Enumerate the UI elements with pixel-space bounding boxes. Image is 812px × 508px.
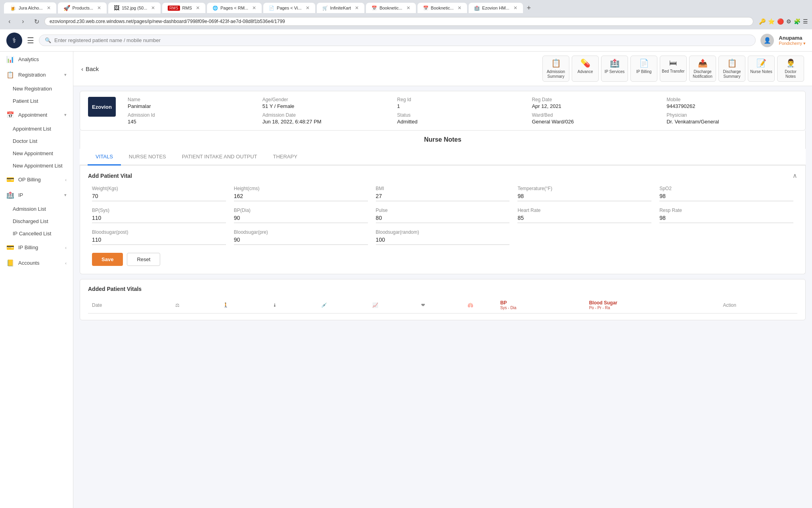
advance-label: Advance <box>578 69 593 74</box>
physician-label: Physician <box>666 112 793 118</box>
nav-refresh-btn[interactable]: ↻ <box>31 16 42 27</box>
bloodsugar-random-value: 100 <box>376 237 510 245</box>
quick-discharge-notification[interactable]: 📤 Discharge Notification <box>689 56 716 82</box>
heart-rate-label: Heart Rate <box>517 208 651 213</box>
reset-button[interactable]: Reset <box>127 253 160 266</box>
tab-vitals[interactable]: VITALS <box>88 149 121 165</box>
quick-discharge-summary[interactable]: 📋 Discharge Summary <box>718 56 745 82</box>
sidebar-item-analytics[interactable]: 📊 Analytics <box>0 52 73 67</box>
discharge-notification-label: Discharge Notification <box>691 69 714 79</box>
quick-ip-services[interactable]: 🏥 IP Services <box>601 56 628 82</box>
tab-nurse-notes[interactable]: NURSE NOTES <box>121 149 174 165</box>
added-vitals-title: Added Patient Vitals <box>88 286 797 292</box>
nav-forward-btn[interactable]: › <box>17 16 29 27</box>
mobile-value: 9443790262 <box>666 103 793 109</box>
sidebar-label-ip: IP <box>18 192 60 198</box>
sidebar-item-discharged-list[interactable]: Discharged List <box>0 215 73 227</box>
search-bar[interactable]: 🔍 <box>39 35 756 46</box>
quick-advance[interactable]: 💊 Advance <box>572 56 599 82</box>
patient-fields: Name Panimalar Admission Id 145 Age/Gend… <box>124 97 797 125</box>
chevron-icon-6: ‹ <box>65 261 67 266</box>
col-heart-icon: ❤ <box>401 297 445 314</box>
tab-infinitekart[interactable]: 🛒 InfiniteKart ✕ <box>317 3 365 13</box>
temperature-label: Temperature(°F) <box>517 186 651 191</box>
chevron-down-icon: ▾ <box>64 72 67 77</box>
bp-dia-value: 90 <box>234 215 368 223</box>
search-input[interactable] <box>54 37 750 43</box>
app-logo: ⚕ <box>6 33 22 48</box>
col-pulse-icon: 📈 <box>350 297 401 314</box>
pulse-label: Pulse <box>376 208 510 213</box>
url-input[interactable] <box>44 17 753 26</box>
quick-admission-summary[interactable]: 📋 Admission Summary <box>542 56 569 82</box>
tab-152jpg[interactable]: 🖼 152.jpg (50... ✕ <box>108 2 161 13</box>
reg-date-value: Apr 12, 2021 <box>532 103 659 109</box>
tab-pages-vi[interactable]: 📄 Pages < Vi... ✕ <box>263 3 315 13</box>
quick-nurse-notes[interactable]: 📝 Nurse Notes <box>748 56 775 82</box>
sidebar-label-op-billing: OP Billing <box>18 177 61 183</box>
doctor-notes-icon: 👨‍⚕️ <box>786 58 796 68</box>
quick-doctor-notes[interactable]: 👨‍⚕️ Doctor Notes <box>777 56 804 82</box>
quick-ip-billing[interactable]: 📄 IP Billing <box>630 56 657 82</box>
extension-icon-1[interactable]: 🔑 <box>759 18 766 25</box>
extension-icon-2[interactable]: ⭐ <box>768 18 775 25</box>
tab-therapy[interactable]: THERAPY <box>265 149 305 165</box>
ip-services-icon: 🏥 <box>610 58 620 68</box>
discharge-notification-icon: 📤 <box>698 58 708 68</box>
extension-icon-3[interactable]: 🔴 <box>777 18 784 25</box>
col-bp: BP Sys - Dia <box>496 297 585 314</box>
tab-jura[interactable]: 🍺 Jura Alcho... ✕ <box>4 2 56 13</box>
bp-dia-label: BP(Dia) <box>234 208 368 213</box>
sidebar-item-op-billing[interactable]: 💳 OP Billing ‹ <box>0 172 73 187</box>
sidebar-item-admission-list[interactable]: Admission List <box>0 203 73 215</box>
bloodsugar-random-label: Bloodsugar(random) <box>376 229 510 235</box>
sidebar-item-ip-cancelled-list[interactable]: IP Cancelled List <box>0 227 73 240</box>
sidebar-item-registration[interactable]: 📋 Registration ▾ <box>0 67 73 83</box>
bmi-value: 27 <box>376 193 510 201</box>
sidebar-item-new-registration[interactable]: New Registration <box>0 83 73 95</box>
extension-icon-4[interactable]: ⚙ <box>786 18 791 25</box>
tab-ezovion[interactable]: 🏥 Ezovion HM... ✕ <box>469 3 523 13</box>
patient-mobile-group: Mobile 9443790262 Physician Dr. Venkatra… <box>663 97 797 125</box>
sidebar-item-appointment-list[interactable]: Appointment List <box>0 123 73 135</box>
reg-date-label: Reg Date <box>532 97 659 102</box>
tab-booknetic2[interactable]: 📅 Booknetic... ✕ <box>417 3 467 13</box>
admission-id-value: 145 <box>128 119 255 125</box>
sidebar-item-ip-billing[interactable]: 💳 IP Billing ‹ <box>0 240 73 255</box>
nav-back-btn[interactable]: ‹ <box>4 16 15 27</box>
extension-icon-5[interactable]: 🧩 <box>794 18 801 25</box>
tab-rms[interactable]: RMS RMS ✕ <box>162 3 205 13</box>
col-date: Date <box>88 297 155 314</box>
menu-toggle-button[interactable]: ☰ <box>27 36 34 45</box>
logo-icon: ⚕ <box>12 36 16 45</box>
quick-bed-transfer[interactable]: 🛏 Bed Transfer <box>660 56 687 82</box>
ip-services-label: IP Services <box>605 69 624 74</box>
vitals-grid: Weight(Kgs) 70 Height(cms) 162 BMI 27 Te… <box>88 186 797 245</box>
nurse-notes-section-title: Nurse Notes <box>80 131 806 149</box>
sidebar-item-appointment[interactable]: 📅 Appointment ▾ <box>0 107 73 123</box>
vitals-form-header: Add Patient Vital ∧ <box>88 172 797 179</box>
tab-patient-intake-output[interactable]: PATIENT INTAKE AND OUTPUT <box>174 149 265 165</box>
save-button[interactable]: Save <box>92 253 123 266</box>
patient-name-group: Name Panimalar Admission Id 145 <box>124 97 259 125</box>
sidebar-item-doctor-list[interactable]: Doctor List <box>0 135 73 147</box>
sidebar-item-accounts[interactable]: 📒 Accounts ‹ <box>0 255 73 271</box>
chevron-down-icon-2: ▾ <box>64 112 67 117</box>
sidebar-item-ip[interactable]: 🏥 IP ▾ <box>0 187 73 203</box>
temperature-value: 98 <box>517 193 651 201</box>
weight-label: Weight(Kgs) <box>92 186 226 191</box>
tab-products[interactable]: 🚀 Products... ✕ <box>58 2 107 13</box>
vitals-resp-rate: Resp Rate 98 <box>659 208 793 223</box>
back-button[interactable]: ‹ Back <box>81 65 99 72</box>
browser-tabs-bar: 🍺 Jura Alcho... ✕ 🚀 Products... ✕ 🖼 152.… <box>0 0 812 13</box>
sidebar-item-new-appointment-list[interactable]: New Appointment List <box>0 160 73 172</box>
tab-pages-rm[interactable]: 🌐 Pages < RM... ✕ <box>207 3 262 13</box>
patient-reg-id-group: Reg Id 1 Status Admitted <box>393 97 528 125</box>
vitals-form-section: Add Patient Vital ∧ Weight(Kgs) 70 Heigh… <box>80 165 806 274</box>
collapse-toggle-icon[interactable]: ∧ <box>793 172 797 179</box>
sidebar-item-new-appointment[interactable]: New Appointment <box>0 147 73 160</box>
vitals-spo2: SpO2 98 <box>659 186 793 201</box>
extension-icon-6[interactable]: ☰ <box>803 18 808 25</box>
tab-booknetic1[interactable]: 📅 Booknetic... ✕ <box>366 3 416 13</box>
sidebar-item-patient-list[interactable]: Patient List <box>0 95 73 107</box>
